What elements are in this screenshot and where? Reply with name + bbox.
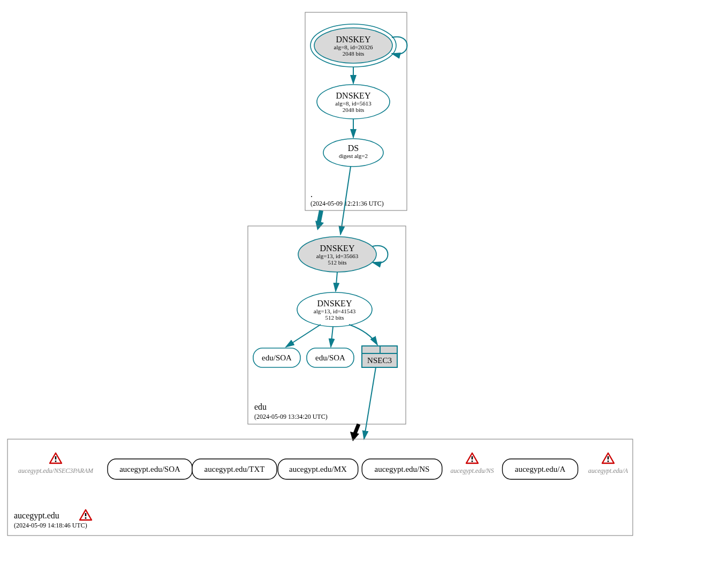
root-ksk-alg: alg=8, id=20326: [334, 44, 373, 50]
auc-rrset: aucegypt.edu/NS: [362, 459, 442, 479]
auc-rrset: aucegypt.edu/SOA: [108, 459, 192, 479]
auc-rrset: aucegypt.edu/A: [588, 453, 628, 474]
auc-rrset: aucegypt.edu/NSEC3PARAM: [18, 453, 94, 474]
dnssec-graph: . (2024-05-09 12:21:36 UTC) DNSKEY alg=8…: [0, 0, 720, 588]
root-ksk-bits: 2048 bits: [343, 50, 365, 57]
auc-rrset-label: aucegypt.edu/A: [515, 465, 566, 473]
auc-rrset-label: aucegypt.edu/A: [588, 467, 628, 474]
auc-rrset: aucegypt.edu/NS: [451, 453, 494, 474]
warning-icon: [602, 453, 614, 463]
auc-timestamp: (2024-05-09 14:18:46 UTC): [14, 522, 87, 529]
root-ksk-title: DNSKEY: [336, 35, 371, 44]
zone-edu: edu (2024-05-09 13:34:20 UTC) DNSKEY alg…: [248, 226, 406, 424]
root-zsk-bits: 2048 bits: [343, 107, 365, 113]
warning-icon: [50, 453, 62, 463]
auc-rrset: aucegypt.edu/TXT: [192, 459, 277, 479]
auc-rrset: aucegypt.edu/MX: [278, 459, 358, 479]
edu-zsk-alg: alg=13, id=41543: [314, 308, 356, 314]
root-ds-title: DS: [348, 144, 359, 153]
edu-soa2-node: edu/SOA: [307, 348, 354, 367]
edge-edu-zsk-soa1: [286, 325, 321, 347]
auc-rrset-label: aucegypt.edu/SOA: [119, 465, 180, 473]
auc-rrset-label: aucegypt.edu/NS: [451, 467, 494, 474]
edu-zsk-title: DNSKEY: [317, 299, 352, 308]
svg-text:edu/SOA: edu/SOA: [262, 353, 292, 362]
edu-nsec3-node: NSEC3: [362, 346, 397, 367]
auc-rrset-label: aucegypt.edu/MX: [289, 465, 347, 473]
edu-ksk-bits: 512 bits: [328, 259, 346, 266]
auc-rrset: aucegypt.edu/A: [503, 459, 578, 479]
warning-icon: [80, 510, 92, 520]
edge-edu-ksk-zsk: [336, 272, 337, 291]
zone-root: . (2024-05-09 12:21:36 UTC) DNSKEY alg=8…: [305, 12, 407, 210]
svg-text:.: .: [310, 190, 313, 199]
root-zsk-title: DNSKEY: [336, 91, 371, 100]
root-ds-node: DS digest alg=2: [323, 139, 383, 167]
auc-rrset-label: aucegypt.edu/TXT: [204, 465, 265, 473]
edu-label: edu: [254, 402, 267, 411]
edu-ksk-title: DNSKEY: [320, 244, 355, 253]
edu-timestamp: (2024-05-09 13:34:20 UTC): [254, 413, 328, 420]
edu-zsk-bits: 512 bits: [325, 314, 344, 321]
svg-text:NSEC3: NSEC3: [367, 356, 392, 365]
edge-nsec3-to-auc: [364, 367, 376, 439]
auc-label: aucegypt.edu: [14, 511, 59, 521]
edge-edu-zsk-soa2: [331, 327, 333, 347]
auc-rrset-label: aucegypt.edu/NSEC3PARAM: [18, 467, 94, 474]
auc-rrsets-row: aucegypt.edu/NSEC3PARAMaucegypt.edu/SOAa…: [18, 453, 628, 479]
warning-icon: [466, 453, 478, 463]
svg-rect-19: [7, 439, 633, 536]
root-zsk-alg: alg=8, id=5613: [335, 100, 372, 107]
svg-text:edu/SOA: edu/SOA: [315, 353, 345, 362]
root-zsk-node: DNSKEY alg=8, id=5613 2048 bits: [317, 85, 390, 119]
root-ksk-node: DNSKEY alg=8, id=20326 2048 bits: [310, 24, 396, 67]
edu-ksk-node: DNSKEY alg=13, id=35663 512 bits: [298, 237, 376, 272]
edu-ksk-alg: alg=13, id=35663: [316, 253, 359, 259]
edu-soa1-node: edu/SOA: [253, 348, 300, 367]
auc-rrset-label: aucegypt.edu/NS: [375, 465, 430, 473]
root-timestamp: (2024-05-09 12:21:36 UTC): [310, 200, 384, 207]
zone-auc: aucegypt.edu (2024-05-09 14:18:46 UTC) a…: [7, 439, 633, 536]
edu-zsk-node: DNSKEY alg=13, id=41543 512 bits: [297, 292, 372, 327]
root-ds-alg: digest alg=2: [339, 153, 368, 159]
edge-edu-zsk-nsec3: [349, 325, 377, 345]
